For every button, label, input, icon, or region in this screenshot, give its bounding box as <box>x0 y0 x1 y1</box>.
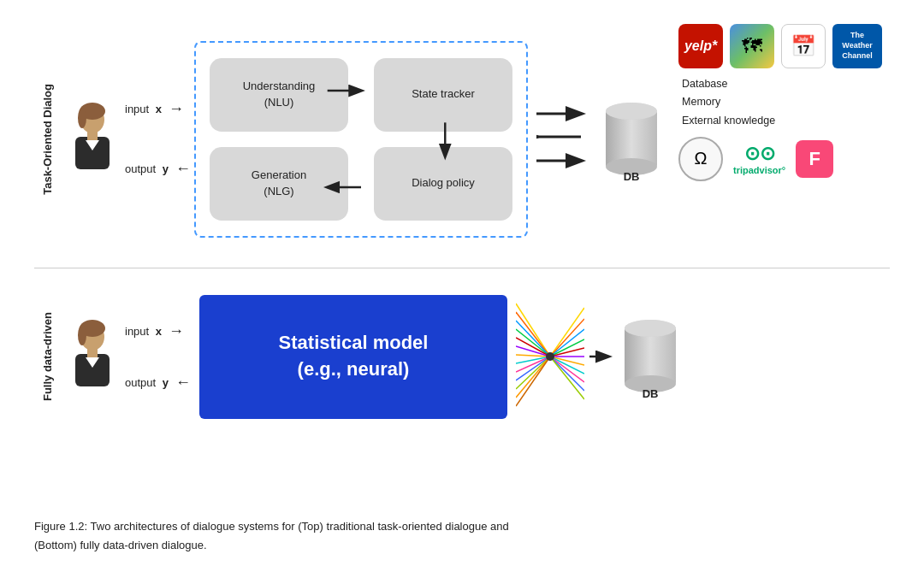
section-divider <box>34 268 890 268</box>
box-to-db-arrows <box>536 84 588 195</box>
bottom-input-label: input x → <box>125 322 191 340</box>
knowledge-area: yelp* 🗺 📅 The Weather Channel <box>678 24 882 181</box>
wikipedia-icon: Ω <box>678 137 723 181</box>
avatar-top <box>67 101 118 178</box>
main-container: Task-Oriented Dialog input x → <box>0 0 924 566</box>
svg-line-23 <box>516 312 550 357</box>
svg-point-18 <box>78 325 86 345</box>
svg-point-2 <box>78 108 86 128</box>
svg-line-38 <box>550 339 584 357</box>
svg-line-22 <box>516 304 550 357</box>
dashed-box: Understanding(NLU) State tracker Generat… <box>194 41 528 238</box>
svg-line-26 <box>516 338 550 357</box>
svg-line-42 <box>550 357 584 374</box>
avatar-bottom <box>67 318 118 395</box>
db-label-text: Database <box>682 75 882 93</box>
foursquare-icon: F <box>796 140 833 178</box>
bottom-section-label: Fully data-driven <box>41 312 54 401</box>
calendar-icon: 📅 <box>781 24 826 68</box>
tripadvisor-icon: ⊙⊙ tripadvisor° <box>733 143 785 175</box>
svg-point-15 <box>606 103 657 120</box>
svg-line-32 <box>516 357 550 389</box>
bottom-to-db-arrow <box>589 348 615 365</box>
nlu-box: Understanding(NLU) <box>210 58 348 132</box>
top-section-label: Task-Oriented Dialog <box>41 84 54 195</box>
external-label-text: External knowledge <box>682 112 882 130</box>
statistical-model-box: Statistical model (e.g., neural) <box>199 295 507 419</box>
top-input-label: input x → <box>125 100 191 118</box>
svg-point-51 <box>625 320 676 337</box>
weather-channel-icon: The Weather Channel <box>832 24 882 68</box>
caption: Figure 1.2: Two architectures of dialogu… <box>34 517 509 554</box>
bottom-output-label: output y ← <box>125 374 191 392</box>
top-output-label: output y ← <box>125 160 191 178</box>
nlg-box: Generation(NLG) <box>210 147 348 221</box>
svg-line-44 <box>550 357 584 391</box>
svg-line-36 <box>550 319 584 357</box>
yelp-icon: yelp* <box>678 24 723 68</box>
svg-rect-4 <box>87 132 98 140</box>
map-icon: 🗺 <box>730 24 774 68</box>
svg-rect-20 <box>87 349 98 357</box>
db-cylinder-bottom: DB <box>620 313 680 400</box>
neural-wires <box>516 295 584 419</box>
dialog-policy-box: Dialog policy <box>374 147 512 221</box>
memory-label-text: Memory <box>682 93 882 111</box>
db-cylinder-top: DB <box>601 96 661 183</box>
state-tracker-box: State tracker <box>374 58 512 132</box>
svg-point-46 <box>546 352 554 361</box>
